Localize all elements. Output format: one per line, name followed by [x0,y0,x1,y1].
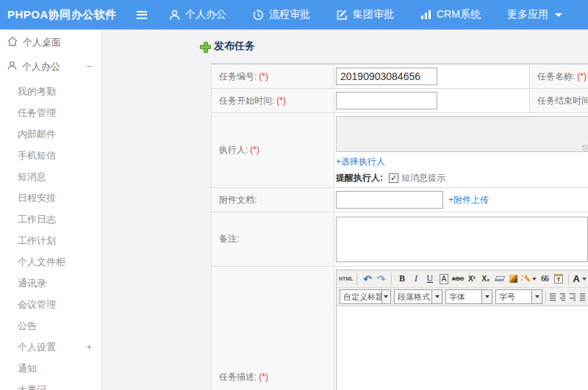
sidebar-item-personal-settings[interactable]: 个人设置 + [0,336,101,358]
add-task-icon [200,42,209,51]
sidebar-item-task-management[interactable]: 任务管理 [0,102,101,123]
sidebar-item-short-message[interactable]: 短消息 [0,166,101,187]
subscript-button[interactable]: X₂ [479,272,492,286]
magic-wand-icon [521,275,530,284]
task-no-label: 任务编号:(*) [212,64,334,89]
sidebar-item-work-plan[interactable]: 工作计划 [0,230,101,251]
nav-more-apps[interactable]: 更多应用 [507,8,562,21]
hamburger-menu-icon[interactable] [137,11,147,19]
caret-down-icon [481,290,492,303]
caret-down-icon [555,13,562,17]
sidebar-item-memorabilia[interactable]: 大事记 [0,379,101,390]
editor-toolbar-row2: 自定义标题 段落格式 字体 字号 [337,288,588,306]
main-content: 发布任务 任务编号:(*) 任务名称:(*) 任务开始时间:(*) [103,29,588,390]
user-icon [169,10,180,21]
sms-remind-checkbox[interactable]: ✓ [389,173,398,183]
clipboard-icon: T [554,274,563,284]
caret-down-icon [532,278,537,281]
custom-title-select[interactable]: 自定义标题 [340,289,391,304]
start-time-label: 任务开始时间:(*) [212,89,334,113]
executor-textarea[interactable] [336,116,588,152]
history-icon [253,10,264,21]
paste-plain-button[interactable]: T [552,272,564,286]
sidebar-item-mobile-sms[interactable]: 手机短信 [0,145,101,166]
caret-down-icon [582,278,587,281]
strikethrough-button[interactable]: ABC [451,272,464,286]
rich-text-editor: HTML ↶ ↷ B I U A ABC X² X₂ [336,270,588,390]
expand-icon[interactable]: + [86,342,92,353]
sidebar-item-label: 个人桌面 [23,36,61,49]
paragraph-format-select[interactable]: 段落格式 [394,289,442,304]
eraser-icon [495,276,506,281]
undo-button[interactable]: ↶ [361,272,373,286]
resize-handle[interactable] [582,145,588,151]
sidebar-item-announcement[interactable]: 公告 [0,315,101,336]
home-icon [7,37,18,48]
text-style-button[interactable]: A [440,274,449,284]
executor-label: 执行人:(*) [212,113,334,188]
align-justify-icon[interactable] [580,293,586,301]
nav-crm-system[interactable]: CRM系统 [420,8,481,21]
auto-typeset-button[interactable] [521,272,537,286]
nav-label: CRM系统 [437,8,481,21]
attachment-label: 附件文档: [212,188,334,212]
sidebar-item-contacts[interactable]: 通讯录 [0,272,101,294]
user-icon [7,61,17,73]
caret-down-icon [431,290,442,303]
underline-button[interactable]: U [423,272,436,286]
italic-button[interactable]: I [409,272,422,286]
caret-down-icon [531,290,542,303]
redo-button[interactable]: ↷ [375,272,387,286]
blockquote-button[interactable]: 66 [538,272,551,286]
editor-toolbar-row1: HTML ↶ ↷ B I U A ABC X² X₂ [337,270,588,288]
bold-button[interactable]: B [395,272,408,286]
app-logo: PHPOA协同办公软件 [0,8,137,22]
sidebar-item-label: 个人办公 [22,60,60,73]
page-title: 发布任务 [200,40,255,53]
sidebar-item-personal-desktop[interactable]: 个人桌面 [0,30,101,54]
html-source-button[interactable]: HTML [339,272,353,286]
bar-chart-icon [420,10,431,20]
align-left-icon[interactable] [550,293,556,301]
nav-label: 更多应用 [507,8,548,21]
choose-executor-link[interactable]: +选择执行人 [336,156,385,167]
sidebar-item-notice[interactable]: 通知 [0,358,101,379]
sms-remind-label: 短消息提示 [401,172,445,184]
remark-textarea[interactable] [336,217,588,262]
nav-group-approval[interactable]: 集团审批 [337,8,394,21]
caret-down-icon [381,290,390,303]
collapse-icon[interactable]: − [86,61,92,72]
top-nav: 个人办公 流程审批 集团审批 CRM系统 更多应用 [169,8,562,21]
top-navbar: PHPOA协同办公软件 个人办公 流程审批 集团审批 CRM系统 [0,0,588,29]
brush-icon [509,275,517,283]
attachment-upload-link[interactable]: +附件上传 [448,194,489,206]
nav-process-approval[interactable]: 流程审批 [253,8,310,21]
align-right-icon[interactable] [570,293,576,301]
sidebar-item-my-attendance[interactable]: 我的考勤 [0,81,101,102]
nav-label: 集团审批 [353,8,394,21]
nav-personal-office[interactable]: 个人办公 [169,8,226,21]
publish-task-form: 任务编号:(*) 任务名称:(*) 任务开始时间:(*) 任务结束时间 [211,63,588,390]
edit-icon [337,10,348,21]
superscript-button[interactable]: X² [465,272,478,286]
sidebar-item-schedule[interactable]: 日程安排 [0,187,101,209]
attachment-input[interactable] [336,191,443,209]
remind-executor-label: 提醒执行人: [336,172,383,184]
nav-label: 个人办公 [185,8,226,21]
font-family-select[interactable]: 字体 [445,289,492,304]
font-size-select[interactable]: 字号 [495,289,542,304]
align-center-icon[interactable] [560,293,566,301]
start-time-input[interactable] [336,92,437,109]
sidebar-item-personal-office[interactable]: 个人办公 − [0,54,101,79]
sidebar-item-internal-mail[interactable]: 内部邮件 [0,123,101,145]
sidebar-item-meeting-management[interactable]: 会议管理 [0,294,101,315]
sidebar-item-work-log[interactable]: 工作日志 [0,209,101,230]
sidebar-item-file-cabinet[interactable]: 个人文件柜 [0,251,101,272]
font-color-button[interactable]: A [573,272,586,286]
task-name-label: 任务名称:(*) [530,64,588,89]
end-time-label: 任务结束时间:(*) [530,89,588,113]
remove-format-button[interactable] [493,272,506,286]
format-brush-button[interactable] [507,272,520,286]
task-no-input[interactable] [336,68,437,85]
editor-content-area[interactable] [337,306,588,390]
